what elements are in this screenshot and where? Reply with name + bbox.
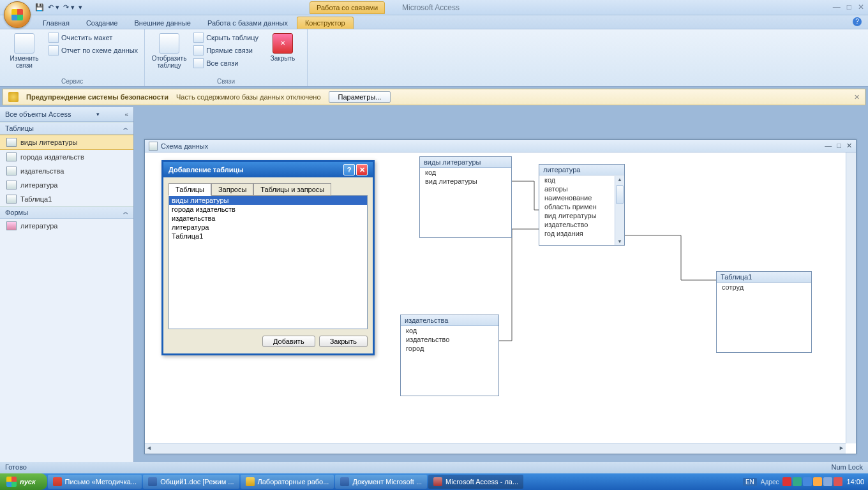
status-left: Готово <box>5 463 27 472</box>
nav-collapse-icon[interactable]: « <box>124 111 128 118</box>
table-box-vidy[interactable]: виды литературы код вид литературы <box>419 156 512 238</box>
window-controls: — □ ✕ <box>833 3 864 11</box>
dialog-tab-tables[interactable]: Таблицы <box>168 183 211 196</box>
tab-dbtools[interactable]: Работа с базами данных <box>200 17 296 29</box>
table-field[interactable]: область примен <box>539 202 624 211</box>
table-title: виды литературы <box>420 157 511 168</box>
clear-layout-icon <box>49 33 59 43</box>
tray-icon[interactable] <box>813 477 822 486</box>
nav-table-item[interactable]: виды литературы <box>0 135 133 150</box>
taskbar-app-icon <box>246 477 255 486</box>
table-field[interactable]: код <box>539 175 624 184</box>
table-box-tablica1[interactable]: Таблица1 сотруд <box>716 271 812 353</box>
start-button[interactable]: пуск <box>0 473 47 490</box>
dialog-titlebar[interactable]: Добавление таблицы ? ✕ <box>163 162 373 177</box>
tray-icon[interactable] <box>823 477 832 486</box>
relationships-icon <box>149 142 158 151</box>
table-field[interactable]: сотруд <box>717 283 811 292</box>
tray-icon[interactable] <box>782 477 791 486</box>
help-icon[interactable]: ? <box>853 17 862 26</box>
table-field[interactable]: издательство <box>539 220 624 229</box>
taskbar-button[interactable]: Общий1.doc [Режим ... <box>143 475 239 489</box>
tab-home[interactable]: Главная <box>35 17 77 29</box>
dialog-tab-both[interactable]: Таблицы и запросы <box>253 183 331 196</box>
dialog-list-item[interactable]: издательства <box>169 214 367 223</box>
hide-table-button[interactable]: Скрыть таблицу <box>192 32 260 43</box>
dialog-list-item[interactable]: литература <box>169 223 367 232</box>
dialog-close-icon[interactable]: ✕ <box>356 164 368 175</box>
taskbar-button[interactable]: Документ Microsoft ... <box>335 475 427 489</box>
qat-save-icon[interactable]: 💾 <box>35 3 44 11</box>
table-field[interactable]: код <box>401 326 498 335</box>
edit-relations-button[interactable]: Изменить связи <box>5 32 43 77</box>
table-icon <box>6 152 17 161</box>
tab-create[interactable]: Создание <box>79 17 126 29</box>
table-field[interactable]: город <box>401 344 498 353</box>
clock[interactable]: 14:00 <box>846 478 864 486</box>
nav-category-forms[interactable]: Формы︽ <box>0 206 133 219</box>
language-indicator[interactable]: EN <box>743 478 757 486</box>
dialog-list-item[interactable]: виды литературы <box>169 196 367 205</box>
taskbar-button[interactable]: Письмо «Методичка... <box>48 475 142 489</box>
taskbar-button[interactable]: Лабораторные рабо... <box>241 475 334 489</box>
vertical-scrollbar[interactable] <box>846 152 856 443</box>
dialog-add-button[interactable]: Добавить <box>262 336 315 347</box>
close-relations-button[interactable]: ✕ Закрыть <box>264 32 302 77</box>
doc-minimize-icon[interactable]: — <box>825 142 832 150</box>
table-field[interactable]: авторы <box>539 184 624 193</box>
close-icon[interactable]: ✕ <box>858 3 864 11</box>
doc-close-icon[interactable]: ✕ <box>846 142 852 150</box>
table-field[interactable]: вид литературы <box>539 211 624 220</box>
taskbar-app-icon <box>53 477 62 486</box>
table-field[interactable]: наименование <box>539 193 624 202</box>
table-field[interactable]: вид литературы <box>420 177 511 186</box>
table-field[interactable]: издательство <box>401 335 498 344</box>
tray-icon[interactable] <box>793 477 802 486</box>
horizontal-scrollbar[interactable] <box>145 443 846 454</box>
nav-table-item[interactable]: Таблица1 <box>0 192 133 206</box>
minimize-icon[interactable]: — <box>833 3 841 11</box>
direct-relations-button[interactable]: Прямые связи <box>192 45 260 56</box>
doc-restore-icon[interactable]: □ <box>837 142 841 150</box>
relationships-body[interactable]: виды литературы код вид литературы литер… <box>145 152 846 443</box>
nav-category-tables[interactable]: Таблицы︽ <box>0 122 133 135</box>
dialog-help-icon[interactable]: ? <box>343 164 355 175</box>
taskbar-app-icon <box>340 477 349 486</box>
tray-icons[interactable] <box>782 477 842 486</box>
maximize-icon[interactable]: □ <box>847 3 851 11</box>
tray-icon[interactable] <box>803 477 812 486</box>
clear-layout-button[interactable]: Очистить макет <box>47 32 139 43</box>
security-options-button[interactable]: Параметры... <box>329 91 391 103</box>
show-table-button[interactable]: Отобразить таблицу <box>150 32 188 77</box>
schema-report-button[interactable]: Отчет по схеме данных <box>47 45 139 56</box>
table-box-izdatelstva[interactable]: издательства код издательство город <box>400 315 499 396</box>
taskbar-button[interactable]: Microsoft Access - ла... <box>428 475 523 489</box>
relationships-window-title: Схема данных <box>161 142 208 150</box>
qat-undo-icon[interactable]: ↶ ▾ <box>48 3 59 11</box>
dialog-tab-queries[interactable]: Запросы <box>211 183 253 196</box>
nav-table-item[interactable]: издательства <box>0 164 133 178</box>
table-scrollbar[interactable] <box>615 176 624 245</box>
table-box-literatura[interactable]: литература код авторы наименование облас… <box>539 164 625 246</box>
dialog-close-button[interactable]: Закрыть <box>319 336 368 347</box>
relationships-window-header[interactable]: Схема данных — □ ✕ <box>145 140 856 152</box>
nav-form-item[interactable]: литература <box>0 219 133 233</box>
nav-table-item[interactable]: города издательств <box>0 150 133 164</box>
nav-header[interactable]: Все объекты Access▾« <box>0 107 133 122</box>
dialog-table-list[interactable]: виды литературыгорода издательствиздател… <box>168 195 368 329</box>
office-button[interactable] <box>4 1 31 28</box>
all-relations-button[interactable]: Все связи <box>192 57 260 69</box>
qat-more-icon[interactable]: ▾ <box>79 3 82 11</box>
qat-redo-icon[interactable]: ↷ ▾ <box>63 3 75 11</box>
dialog-list-item[interactable]: Таблица1 <box>169 232 367 241</box>
security-close-icon[interactable]: ✕ <box>854 93 860 101</box>
dialog-tabs: Таблицы Запросы Таблицы и запросы <box>163 177 373 195</box>
table-field[interactable]: код <box>420 168 511 177</box>
table-field[interactable]: год издания <box>539 229 624 238</box>
nav-table-item[interactable]: литература <box>0 178 133 192</box>
dialog-list-item[interactable]: города издательств <box>169 205 367 214</box>
tab-external[interactable]: Внешние данные <box>127 17 198 29</box>
tray-icon[interactable] <box>834 477 842 486</box>
tab-design[interactable]: Конструктор <box>297 17 354 29</box>
table-icon <box>6 181 17 189</box>
